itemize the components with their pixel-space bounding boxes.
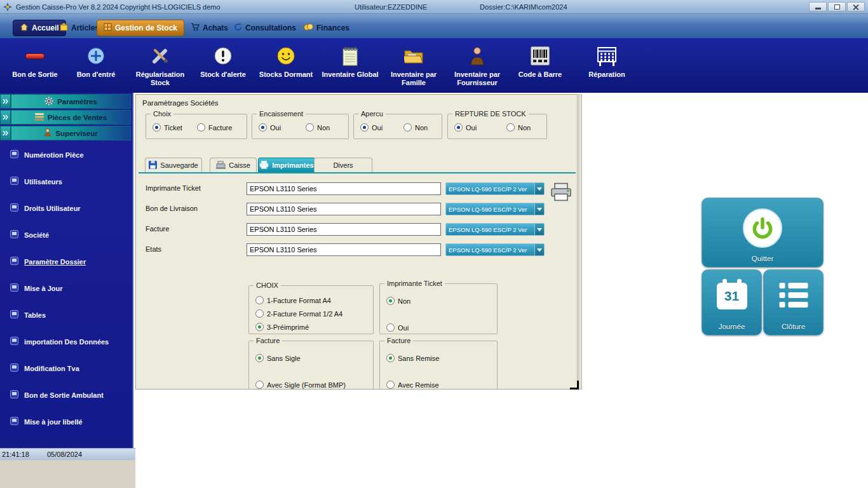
sidebar-item-bon-de-sortie-ambulant[interactable]: Bon de Sortie Ambulant: [10, 390, 104, 400]
tab-label: Consultations: [245, 24, 296, 32]
group-choix-format: CHOIX 1-Facture Format A4 2-Facture Form…: [248, 285, 374, 334]
toolbar-stock-dalerte-button[interactable]: Stock d'alerte: [193, 43, 254, 91]
radio-icon: [386, 381, 395, 389]
radio-ticket[interactable]: Ticket: [153, 123, 182, 132]
application-window: Gestion Caisse-Pro Ver 8.2 2024 Copyrigh…: [0, 0, 868, 488]
building-icon: [597, 43, 617, 69]
toolbar-regularisation-stock-button[interactable]: Régularisation Stock: [130, 43, 191, 91]
tab-imprimantes[interactable]: Imprimantes: [258, 158, 315, 172]
radio-icon: [386, 297, 395, 305]
radio-preimprime[interactable]: 3-Préimprimé: [255, 323, 309, 331]
field-label: Facture: [146, 225, 169, 233]
quitter-button[interactable]: Quitter: [702, 198, 824, 268]
radio-avec-remise[interactable]: Avec Remise: [386, 381, 439, 389]
double-chevron-icon[interactable]: [0, 110, 11, 125]
printer-icon: [259, 161, 269, 170]
field-label: Imprimante Ticket: [146, 184, 201, 192]
sidebar-item-numerotion-piece[interactable]: Numérotion Pièce: [10, 150, 84, 159]
parametrages-societes-panel: Paramètrages Sociétés Choix Ticket Factu…: [135, 94, 578, 390]
crate-icon: [104, 23, 112, 33]
bon-de-livraison-input[interactable]: [247, 203, 441, 215]
radio-facture-format-demi-a4[interactable]: 2-Facture Format 1/2 A4: [255, 309, 342, 318]
radio-icon: [403, 123, 412, 132]
cloture-button[interactable]: Clôture: [763, 269, 824, 336]
toolbar-stocks-dormant-button[interactable]: Stocks Dormant: [255, 43, 316, 91]
radio-facture-format-a4[interactable]: 1-Facture Format A4: [255, 296, 331, 304]
radio-sans-remise[interactable]: Sans Remise: [386, 354, 439, 362]
etats-input[interactable]: [247, 243, 441, 256]
toolbar: Bon de Sortie Bon d'entré Régularisation…: [0, 38, 868, 93]
section-label: Pièces de Ventes: [48, 114, 107, 121]
box-icon: [60, 23, 68, 33]
journee-button[interactable]: 31 Journée: [702, 269, 762, 336]
facture-dropdown[interactable]: EPSON LQ-590 ESC/P 2 Ver: [445, 223, 545, 236]
radio-icon: [255, 323, 264, 331]
save-icon: [149, 161, 157, 170]
double-chevron-icon[interactable]: [0, 126, 11, 140]
tab-caisse[interactable]: Caisse: [210, 158, 257, 172]
etats-dropdown[interactable]: EPSON LQ-590 ESC/P 2 Ver: [445, 243, 545, 256]
toolbar-code-a-barre-button[interactable]: Code à Barre: [510, 43, 571, 91]
sidebar-item-parametre-dossier[interactable]: Paramètre Dossier: [10, 257, 86, 266]
radio-apercu-non[interactable]: Non: [403, 123, 428, 132]
sidebar-item-societe[interactable]: Société: [10, 230, 49, 240]
radio-ticket-oui[interactable]: Oui: [386, 323, 409, 332]
notebook-icon: [342, 43, 358, 69]
radio-avec-sigle[interactable]: Avec Sigle (Format BMP): [255, 381, 346, 389]
double-chevron-icon[interactable]: [0, 94, 11, 109]
dossier-label: Dossier:C:\KARIM\com2024: [480, 3, 567, 11]
radio-icon: [454, 123, 463, 132]
radio-repture-oui[interactable]: Oui: [454, 123, 477, 132]
sidebar-item-utilisateurs[interactable]: Utilisateurs: [10, 177, 62, 186]
toolbar-inventaire-par-famille-button[interactable]: Inventaire par Famille: [383, 43, 444, 91]
bon-de-livraison-dropdown[interactable]: EPSON LQ-590 ESC/P 2 Ver: [445, 203, 545, 215]
scrollbar[interactable]: [578, 94, 582, 390]
sidebar-item-importation-des-donnees[interactable]: importation Des Données: [10, 337, 109, 346]
sidebar-section-superviseur[interactable]: Superviseur: [0, 126, 131, 140]
tab-label: Finances: [316, 24, 349, 32]
user-label: Utilisateur:EZZEDDINE: [355, 3, 427, 11]
sidebar-item-droits-utilisateur[interactable]: Droits Utilisateur: [10, 203, 81, 213]
sidebar-section-pieces-de-ventes[interactable]: Pièces de Ventes: [0, 110, 131, 125]
facture-input[interactable]: [247, 223, 441, 236]
radio-encaissement-non[interactable]: Non: [306, 123, 330, 132]
form-icon: [10, 390, 18, 400]
sidebar-item-tables[interactable]: Tables: [10, 310, 46, 320]
sidebar-section-parametres[interactable]: Paramètres: [0, 94, 131, 109]
tab-finances[interactable]: Finances: [297, 20, 356, 36]
group-label: Imprimante Ticket: [384, 280, 445, 287]
radio-sans-sigle[interactable]: Sans Sigle: [255, 354, 301, 362]
radio-encaissement-oui[interactable]: Oui: [259, 123, 281, 132]
toolbar-bon-de-sortie-button[interactable]: Bon de Sortie: [4, 43, 65, 91]
toolbar-inventaire-global-button[interactable]: Inventaire Global: [320, 43, 381, 91]
imprimante-ticket-input[interactable]: [247, 182, 441, 195]
form-icon: [10, 177, 18, 186]
radio-apercu-oui[interactable]: Oui: [360, 123, 383, 132]
field-label: Bon de Livraison: [146, 205, 198, 212]
print-button[interactable]: [550, 182, 572, 203]
sidebar-item-modification-tva[interactable]: Modification Tva: [10, 363, 79, 373]
radio-icon: [255, 296, 264, 304]
tab-consultations[interactable]: Consultations: [227, 20, 302, 36]
toolbar-inventaire-par-fournisseur-button[interactable]: Inventaire par Fournisseur: [447, 43, 508, 91]
close-button[interactable]: [847, 2, 865, 11]
group-label: Facture: [384, 337, 413, 344]
toolbar-bon-dentre-button[interactable]: Bon d'entré: [65, 43, 126, 91]
tab-divers[interactable]: Divers: [314, 158, 372, 172]
minimize-button[interactable]: [809, 2, 827, 11]
imprimante-ticket-dropdown[interactable]: EPSON LQ-590 ESC/P 2 Ver: [445, 182, 545, 195]
toolbar-reparation-button[interactable]: Réparation: [576, 43, 637, 91]
status-date: 05/08/2024: [47, 451, 82, 458]
restore-button[interactable]: [828, 2, 846, 11]
radio-facture[interactable]: Facture: [197, 123, 232, 132]
tab-sauvegarde[interactable]: Sauvegarde: [145, 158, 202, 172]
sidebar-item-mise-a-jour-libelle[interactable]: Mise à jour libellé: [10, 417, 83, 426]
radio-icon: [306, 123, 314, 132]
radio-ticket-non[interactable]: Non: [386, 297, 410, 305]
radio-repture-non[interactable]: Non: [506, 123, 531, 132]
sidebar-item-mise-a-jour[interactable]: Mise à Jour: [10, 283, 63, 293]
tab-gestion-de-stock[interactable]: Gestion de Stock: [97, 20, 184, 36]
alert-icon: [214, 43, 232, 69]
group-label: Facture: [254, 337, 282, 344]
group-label: Choix: [151, 110, 173, 118]
